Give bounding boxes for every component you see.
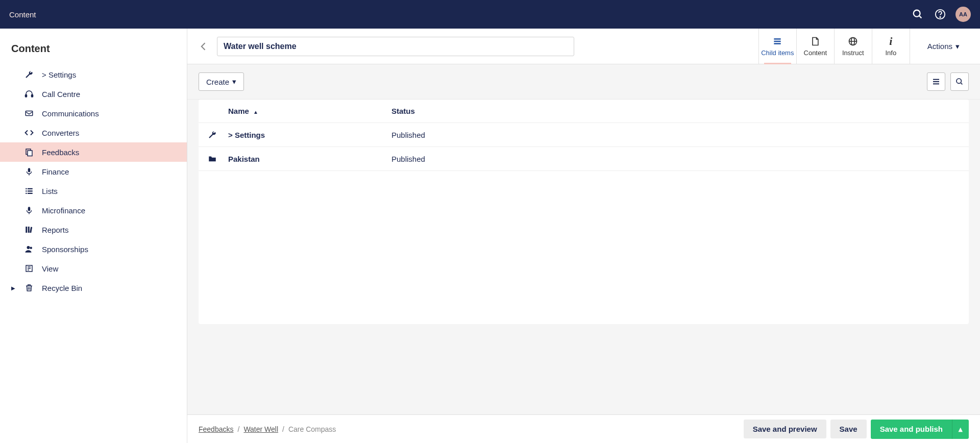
svg-rect-30 xyxy=(774,38,781,40)
table-row[interactable]: PakistanPublished xyxy=(199,147,969,171)
actions-label: Actions xyxy=(927,42,952,51)
tab-child-items[interactable]: Child items xyxy=(759,29,797,64)
tab-label: Instruct xyxy=(842,49,864,57)
sidebar-item-converters[interactable]: ▶Converters xyxy=(0,123,187,142)
row-name: > Settings xyxy=(228,131,391,139)
sidebar-title: Content xyxy=(0,43,187,65)
tab-label: Content xyxy=(804,49,827,57)
save-button[interactable]: Save xyxy=(830,420,867,438)
sidebar-item-feedbacks[interactable]: ▶Feedbacks xyxy=(0,142,187,162)
tab-instruct[interactable]: Instruct xyxy=(835,29,872,64)
sidebar-item-call-centre[interactable]: ▶Call Centre xyxy=(0,84,187,104)
sidebar-item-microfinance[interactable]: ▶Microfinance xyxy=(0,201,187,220)
column-header-name[interactable]: Name ▲ xyxy=(228,107,391,115)
svg-point-3 xyxy=(940,17,940,17)
svg-line-1 xyxy=(919,16,922,18)
svg-rect-12 xyxy=(28,188,33,189)
file-icon xyxy=(810,36,820,47)
svg-rect-15 xyxy=(26,193,27,194)
mic-icon xyxy=(23,205,35,216)
search-icon[interactable] xyxy=(911,7,925,21)
sidebar-item-view[interactable]: ▶View xyxy=(0,259,187,278)
help-icon[interactable] xyxy=(933,7,947,21)
caret-right-icon: ▶ xyxy=(11,285,16,291)
svg-rect-37 xyxy=(933,81,939,82)
sidebar-item-label: Communications xyxy=(42,109,99,118)
folder-icon xyxy=(208,154,228,163)
row-status: Published xyxy=(391,131,960,139)
sidebar-item-recycle-bin[interactable]: ▶Recycle Bin xyxy=(0,278,187,298)
sidebar-item--settings[interactable]: ▶> Settings xyxy=(0,65,187,84)
svg-rect-11 xyxy=(26,188,27,189)
svg-rect-21 xyxy=(30,227,32,233)
books-icon xyxy=(23,224,35,235)
back-button[interactable] xyxy=(198,40,210,53)
sort-asc-icon: ▲ xyxy=(253,109,258,115)
sidebar-item-label: View xyxy=(42,264,58,273)
table-header: Name ▲ Status xyxy=(199,100,969,123)
tab-content[interactable]: Content xyxy=(797,29,835,64)
sidebar-item-label: Sponsorships xyxy=(42,245,88,254)
svg-rect-14 xyxy=(28,190,33,191)
breadcrumb-item[interactable]: Feedbacks xyxy=(199,425,233,433)
save-publish-caret[interactable]: ▴ xyxy=(952,420,969,439)
user-avatar[interactable]: AA xyxy=(955,7,971,22)
svg-rect-38 xyxy=(933,83,939,84)
tab-info[interactable]: iInfo xyxy=(872,29,910,64)
svg-rect-8 xyxy=(28,151,32,156)
svg-rect-16 xyxy=(28,193,33,194)
sidebar-item-communications[interactable]: ▶Communications xyxy=(0,104,187,123)
row-name: Pakistan xyxy=(228,155,391,163)
user-icon xyxy=(23,243,35,255)
sidebar: Content ▶> Settings▶Call Centre▶Communic… xyxy=(0,29,187,443)
actions-dropdown[interactable]: Actions ▾ xyxy=(917,42,970,51)
sidebar-item-label: Finance xyxy=(42,167,69,176)
code-icon xyxy=(23,127,35,138)
sidebar-item-label: Recycle Bin xyxy=(42,284,82,292)
copy-icon xyxy=(23,146,35,158)
svg-rect-19 xyxy=(26,227,27,233)
page-title-input[interactable] xyxy=(217,37,574,56)
list-icon xyxy=(772,36,782,47)
svg-rect-13 xyxy=(26,190,27,191)
breadcrumb: Feedbacks/Water Well/Care Compass xyxy=(199,425,336,433)
svg-point-23 xyxy=(30,247,33,250)
svg-rect-9 xyxy=(28,168,31,172)
sidebar-item-label: Reports xyxy=(42,226,69,234)
wrench-icon xyxy=(208,130,228,139)
sidebar-item-reports[interactable]: ▶Reports xyxy=(0,220,187,239)
envelope-icon xyxy=(23,108,35,119)
column-header-status[interactable]: Status xyxy=(391,107,960,115)
breadcrumb-item: Care Compass xyxy=(288,425,336,433)
wrench-icon xyxy=(23,69,35,80)
table-row[interactable]: > SettingsPublished xyxy=(199,123,969,147)
sidebar-item-label: > Settings xyxy=(42,70,76,79)
save-publish-button[interactable]: Save and publish xyxy=(871,420,952,439)
sidebar-item-label: Call Centre xyxy=(42,90,80,99)
sidebar-item-label: Microfinance xyxy=(42,206,85,215)
svg-rect-36 xyxy=(933,79,939,80)
sidebar-item-sponsorships[interactable]: ▶Sponsorships xyxy=(0,239,187,259)
headset-icon xyxy=(23,88,35,100)
row-status: Published xyxy=(391,155,960,163)
sidebar-item-lists[interactable]: ▶Lists xyxy=(0,181,187,201)
svg-rect-6 xyxy=(26,111,33,116)
topbar-section-label[interactable]: Content xyxy=(9,10,36,19)
tab-label: Info xyxy=(885,49,896,57)
svg-rect-20 xyxy=(28,227,30,233)
sidebar-item-finance[interactable]: ▶Finance xyxy=(0,162,187,181)
breadcrumb-item[interactable]: Water Well xyxy=(243,425,278,433)
list-view-button[interactable] xyxy=(927,72,945,91)
search-button[interactable] xyxy=(950,72,969,91)
svg-point-0 xyxy=(914,10,920,17)
tab-label: Child items xyxy=(761,49,794,57)
list-icon xyxy=(23,185,35,196)
svg-rect-5 xyxy=(32,95,33,97)
create-button[interactable]: Create ▾ xyxy=(199,72,244,91)
svg-rect-32 xyxy=(774,43,781,44)
create-label: Create xyxy=(206,78,229,86)
svg-point-22 xyxy=(27,246,30,249)
news-icon xyxy=(23,263,35,274)
save-preview-button[interactable]: Save and preview xyxy=(744,420,826,438)
trash-icon xyxy=(23,282,35,293)
